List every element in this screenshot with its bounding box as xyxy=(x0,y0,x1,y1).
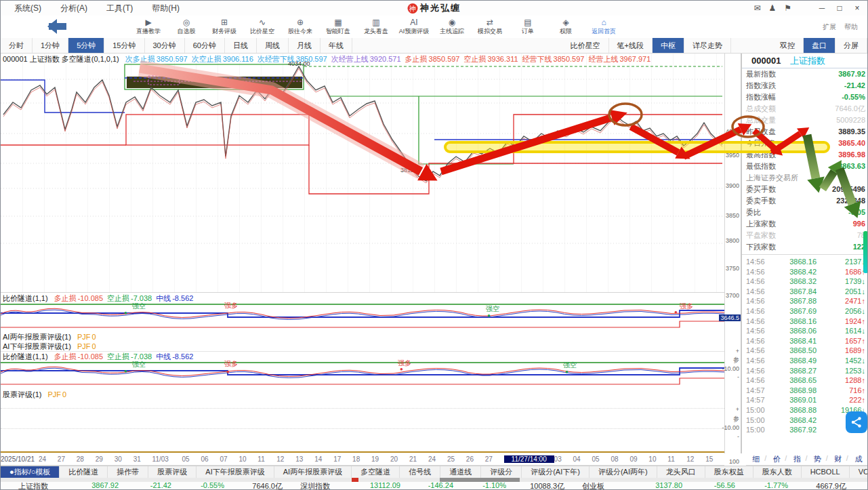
signal-label: 强多 xyxy=(224,359,238,369)
layout-tab[interactable]: 分屏 xyxy=(835,38,867,53)
tick-time: 14:56 xyxy=(746,336,772,346)
stat-label: 上海证券交易所 xyxy=(746,172,798,184)
indicator-tab[interactable]: 评级分(AI两年) xyxy=(590,466,657,478)
period-tab[interactable]: 周线 xyxy=(257,38,289,53)
indicator-tab[interactable]: 比价隧道 xyxy=(60,466,108,478)
toolbar-button[interactable]: ⇄ 模拟交易 xyxy=(471,16,509,38)
stat-row: 今日开盘 3865.40 xyxy=(742,138,868,149)
toolbar-button[interactable]: ▥ 龙头看盘 xyxy=(357,16,395,38)
stat-value: -0.05 xyxy=(848,207,865,218)
stat-row: 总成交额 7646.0亿 xyxy=(742,103,868,115)
back-arrow-button[interactable] xyxy=(40,20,68,33)
indicator-tab[interactable]: 评级分 xyxy=(481,466,522,478)
signal-label: ● xyxy=(487,312,491,319)
period-tab[interactable]: 日线 xyxy=(225,38,257,53)
quote-panel-tab[interactable]: 指 xyxy=(787,454,807,464)
view-tab[interactable]: 中枢 xyxy=(653,38,684,53)
stat-row: 委卖手数 2325848 xyxy=(742,195,868,207)
date-tick: 24 xyxy=(428,455,447,463)
tick-volume: 1253↓ xyxy=(845,366,865,376)
menu-bar: 系统(S)分析(A)工具(T)帮助(H) 神 神光弘缠 ✉♟⚑ ─□× xyxy=(1,1,867,16)
indicator-tab[interactable]: VOL xyxy=(850,466,868,478)
stat-label: 下跌家数 xyxy=(746,241,776,253)
layout-tab[interactable]: 双控 xyxy=(772,38,804,53)
indicator-tab[interactable]: 股票评级 xyxy=(148,466,197,478)
toolbar-button[interactable]: ▤ 订单 xyxy=(509,16,547,38)
quote-panel-tab[interactable]: 细 xyxy=(746,454,766,464)
period-tab[interactable]: 5分钟 xyxy=(68,38,104,53)
toolbar-button-label: 模拟交易 xyxy=(478,27,502,36)
toolbar-button[interactable]: ▶ 直播教学 xyxy=(129,16,167,38)
indicator-tab[interactable]: 评级分(AI下年) xyxy=(522,466,590,478)
red-channel-lines xyxy=(1,115,722,194)
tick-volume: 222↑ xyxy=(849,395,865,405)
indicator-tab[interactable]: 股东人数 xyxy=(753,466,802,478)
window-control-button[interactable]: × xyxy=(852,3,862,13)
view-tab[interactable]: 比价星空 xyxy=(562,38,609,53)
indicator-tab[interactable]: HCBOLL xyxy=(802,466,850,478)
indicator-tab[interactable]: AI下年报股票评级 xyxy=(197,466,274,478)
index-quote[interactable]: 深圳指数 13112.09 -146.24 -1.10% 10088.3亿 xyxy=(300,481,564,490)
period-tab[interactable]: 月线 xyxy=(289,38,321,53)
menu-item[interactable]: 系统(S) xyxy=(5,3,51,14)
price-line-red xyxy=(3,68,722,183)
period-tab[interactable]: 年线 xyxy=(321,38,352,53)
tray-icon[interactable]: ✉ xyxy=(753,3,760,13)
quote-panel-tab[interactable]: 价 xyxy=(766,454,787,464)
toolbar-button[interactable]: ◈ 权限 xyxy=(547,16,585,38)
tray-icon[interactable]: ⚑ xyxy=(784,3,791,13)
stat-label: 总成交量 xyxy=(746,115,776,126)
view-tab[interactable]: 笔+线段 xyxy=(609,38,653,53)
toolbar-button[interactable]: ◎ 自选股 xyxy=(167,16,205,38)
toolbar-button-label: 龙头看盘 xyxy=(364,27,388,36)
indicator-tab[interactable]: 龙头风口 xyxy=(657,466,705,478)
indicator-tab[interactable]: 多空隧道 xyxy=(352,466,400,478)
toolbar-button[interactable]: ◉ 主线追踪 xyxy=(433,16,471,38)
tray-icon[interactable]: ♟ xyxy=(768,3,776,13)
price-scale-gutter: 40003950390038503800375037003646.5+参-10.… xyxy=(724,54,741,453)
floating-share-button[interactable] xyxy=(846,411,867,433)
period-tab[interactable]: 1分钟 xyxy=(33,38,68,53)
indicator-param: 次经营上线3920.571 xyxy=(331,55,401,63)
toolbar-button[interactable]: ▦ 智能盯盘 xyxy=(319,16,357,38)
tick-price: 3868.88 xyxy=(772,405,817,415)
menu-item[interactable]: 工具(T) xyxy=(97,3,142,14)
quote-panel-tab[interactable]: 势 xyxy=(808,454,828,464)
tick-price: 3868.42 xyxy=(772,267,817,277)
toolbar-button[interactable]: ⊕ 股往今来 xyxy=(281,16,319,38)
indicator-tab[interactable]: 通道线 xyxy=(440,466,481,478)
indicator-tab[interactable]: 股东权益 xyxy=(705,466,753,478)
tick-row: 14:56 3868.41 1657↑ xyxy=(742,336,868,346)
indicator-tab[interactable]: 操作带 xyxy=(108,466,148,478)
window-control-button[interactable]: □ xyxy=(835,3,844,13)
toolbar-button[interactable]: ∿ 比价星空 xyxy=(243,16,281,38)
toolbar-button[interactable]: ⌂ 返回首页 xyxy=(585,16,623,38)
layout-tab[interactable]: 盘口 xyxy=(804,38,835,53)
menu-item[interactable]: 帮助(H) xyxy=(142,3,189,14)
quote-panel-tab[interactable]: 成 xyxy=(848,454,868,464)
indicator-tab[interactable]: 信号线 xyxy=(400,466,440,478)
quote-panel-tab[interactable]: 财 xyxy=(828,454,848,464)
index-quote[interactable]: 创业板 3137.80 -56.56 -1.77% 4667.9亿 xyxy=(582,481,846,490)
scale-label: + xyxy=(736,406,739,413)
indicator-tab[interactable]: AI两年报股票评级 xyxy=(274,466,352,478)
date-tick: 11 xyxy=(257,455,276,463)
view-tab[interactable]: 详尽走势 xyxy=(684,38,731,53)
period-tab[interactable]: 60分钟 xyxy=(185,38,225,53)
toolbar-button[interactable]: ⊞ 财务评级 xyxy=(205,16,243,38)
toolbar-button-label: 权限 xyxy=(560,27,572,36)
toolbar-button[interactable]: AI AI预测评级 xyxy=(395,16,433,38)
toolbar-link[interactable]: 扩展 xyxy=(823,22,836,32)
tick-list[interactable]: 14:56 3868.16 2137↓ 14:56 3868.42 1686↑ … xyxy=(742,257,868,435)
index-quote[interactable]: 上证指数 3867.92 -21.42 -0.55% 7646.0亿 xyxy=(18,481,283,490)
period-tab[interactable]: 分时 xyxy=(1,38,33,53)
stat-row: 最低指数 3863.63 xyxy=(742,161,868,172)
toolbar-button-icon: ◈ xyxy=(562,18,569,27)
toolbar-link[interactable]: 帮助 xyxy=(844,22,858,32)
indicator-tab[interactable]: ●指标/○模板 xyxy=(1,466,60,478)
date-tick: 21 xyxy=(409,455,428,463)
period-tab[interactable]: 30分钟 xyxy=(145,38,185,53)
period-tab[interactable]: 15分钟 xyxy=(104,38,144,53)
window-control-button[interactable]: ─ xyxy=(817,3,827,13)
menu-item[interactable]: 分析(A) xyxy=(51,3,97,14)
